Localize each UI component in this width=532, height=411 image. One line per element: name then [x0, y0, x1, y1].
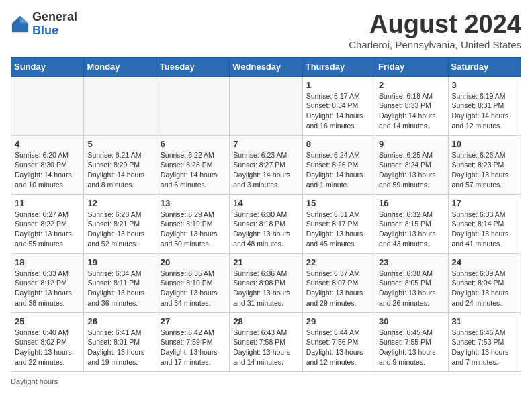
calendar-cell: 6Sunrise: 6:22 AM Sunset: 8:28 PM Daylig… [157, 135, 229, 194]
day-number: 29 [306, 316, 371, 326]
footer-note: Daylight hours [11, 377, 521, 385]
day-info: Sunrise: 6:36 AM Sunset: 8:08 PM Dayligh… [233, 269, 298, 308]
calendar-cell: 29Sunrise: 6:44 AM Sunset: 7:56 PM Dayli… [302, 312, 375, 371]
day-number: 4 [15, 139, 80, 149]
day-number: 31 [452, 316, 517, 326]
day-info: Sunrise: 6:17 AM Sunset: 8:34 PM Dayligh… [306, 91, 371, 131]
logo: General Blue [11, 11, 77, 38]
calendar-cell: 24Sunrise: 6:39 AM Sunset: 8:04 PM Dayli… [448, 253, 521, 312]
calendar-cell: 26Sunrise: 6:41 AM Sunset: 8:01 PM Dayli… [84, 312, 157, 371]
day-info: Sunrise: 6:26 AM Sunset: 8:23 PM Dayligh… [452, 150, 517, 190]
calendar-cell: 25Sunrise: 6:40 AM Sunset: 8:02 PM Dayli… [11, 312, 84, 371]
day-number: 16 [379, 198, 444, 208]
calendar-cell: 27Sunrise: 6:42 AM Sunset: 7:59 PM Dayli… [157, 312, 229, 371]
day-info: Sunrise: 6:43 AM Sunset: 7:58 PM Dayligh… [233, 328, 298, 367]
week-row-1: 1Sunrise: 6:17 AM Sunset: 8:34 PM Daylig… [11, 76, 521, 135]
day-number: 9 [379, 139, 444, 149]
day-number: 15 [306, 198, 371, 208]
calendar-cell: 4Sunrise: 6:20 AM Sunset: 8:30 PM Daylig… [11, 135, 84, 194]
day-info: Sunrise: 6:46 AM Sunset: 7:53 PM Dayligh… [452, 328, 517, 367]
calendar-cell: 1Sunrise: 6:17 AM Sunset: 8:34 PM Daylig… [302, 76, 375, 135]
day-info: Sunrise: 6:39 AM Sunset: 8:04 PM Dayligh… [452, 269, 517, 308]
calendar-cell: 2Sunrise: 6:18 AM Sunset: 8:33 PM Daylig… [375, 76, 448, 135]
day-number: 3 [452, 80, 517, 90]
day-info: Sunrise: 6:34 AM Sunset: 8:11 PM Dayligh… [87, 269, 152, 308]
day-number: 7 [233, 139, 298, 149]
calendar-cell: 12Sunrise: 6:28 AM Sunset: 8:21 PM Dayli… [84, 194, 157, 253]
calendar-cell: 13Sunrise: 6:29 AM Sunset: 8:19 PM Dayli… [157, 194, 229, 253]
day-header-sunday: Sunday [11, 57, 84, 76]
day-info: Sunrise: 6:18 AM Sunset: 8:33 PM Dayligh… [379, 91, 444, 131]
calendar-cell [230, 76, 302, 135]
day-number: 30 [379, 316, 444, 326]
calendar-cell: 19Sunrise: 6:34 AM Sunset: 8:11 PM Dayli… [84, 253, 157, 312]
day-number: 20 [161, 257, 226, 267]
calendar-cell: 30Sunrise: 6:45 AM Sunset: 7:55 PM Dayli… [375, 312, 448, 371]
day-number: 8 [306, 139, 371, 149]
day-info: Sunrise: 6:23 AM Sunset: 8:27 PM Dayligh… [233, 150, 298, 190]
calendar-cell: 9Sunrise: 6:25 AM Sunset: 8:24 PM Daylig… [375, 135, 448, 194]
location-title: Charleroi, Pennsylvania, United States [349, 39, 521, 50]
calendar-cell: 11Sunrise: 6:27 AM Sunset: 8:22 PM Dayli… [11, 194, 84, 253]
calendar-cell [84, 76, 157, 135]
calendar-cell: 17Sunrise: 6:33 AM Sunset: 8:14 PM Dayli… [448, 194, 521, 253]
day-info: Sunrise: 6:44 AM Sunset: 7:56 PM Dayligh… [306, 328, 371, 367]
calendar-cell: 20Sunrise: 6:35 AM Sunset: 8:10 PM Dayli… [157, 253, 229, 312]
day-number: 13 [161, 198, 226, 208]
header: General Blue August 2024 Charleroi, Penn… [11, 11, 521, 50]
day-info: Sunrise: 6:19 AM Sunset: 8:31 PM Dayligh… [452, 91, 517, 131]
calendar-cell: 8Sunrise: 6:24 AM Sunset: 8:26 PM Daylig… [302, 135, 375, 194]
day-info: Sunrise: 6:20 AM Sunset: 8:30 PM Dayligh… [15, 150, 80, 190]
calendar-cell: 21Sunrise: 6:36 AM Sunset: 8:08 PM Dayli… [230, 253, 302, 312]
day-info: Sunrise: 6:27 AM Sunset: 8:22 PM Dayligh… [15, 210, 80, 249]
month-title: August 2024 [349, 11, 521, 39]
day-number: 25 [15, 316, 80, 326]
day-info: Sunrise: 6:32 AM Sunset: 8:15 PM Dayligh… [379, 210, 444, 249]
day-number: 28 [233, 316, 298, 326]
calendar-cell: 7Sunrise: 6:23 AM Sunset: 8:27 PM Daylig… [230, 135, 302, 194]
day-info: Sunrise: 6:30 AM Sunset: 8:18 PM Dayligh… [233, 210, 298, 249]
day-header-tuesday: Tuesday [157, 57, 229, 76]
calendar-cell: 31Sunrise: 6:46 AM Sunset: 7:53 PM Dayli… [448, 312, 521, 371]
calendar-cell: 28Sunrise: 6:43 AM Sunset: 7:58 PM Dayli… [230, 312, 302, 371]
day-number: 10 [452, 139, 517, 149]
calendar-cell: 22Sunrise: 6:37 AM Sunset: 8:07 PM Dayli… [302, 253, 375, 312]
day-number: 11 [15, 198, 80, 208]
calendar-cell [157, 76, 229, 135]
day-info: Sunrise: 6:42 AM Sunset: 7:59 PM Dayligh… [161, 328, 226, 367]
day-number: 18 [15, 257, 80, 267]
logo-text: General Blue [32, 11, 77, 38]
calendar-cell: 15Sunrise: 6:31 AM Sunset: 8:17 PM Dayli… [302, 194, 375, 253]
week-row-4: 18Sunrise: 6:33 AM Sunset: 8:12 PM Dayli… [11, 253, 521, 312]
day-number: 5 [87, 139, 152, 149]
days-header-row: SundayMondayTuesdayWednesdayThursdayFrid… [11, 57, 521, 76]
day-info: Sunrise: 6:35 AM Sunset: 8:10 PM Dayligh… [161, 269, 226, 308]
day-number: 27 [161, 316, 226, 326]
day-number: 26 [87, 316, 152, 326]
calendar-cell [11, 76, 84, 135]
day-number: 22 [306, 257, 371, 267]
day-info: Sunrise: 6:21 AM Sunset: 8:29 PM Dayligh… [87, 150, 152, 190]
day-info: Sunrise: 6:40 AM Sunset: 8:02 PM Dayligh… [15, 328, 80, 367]
day-info: Sunrise: 6:24 AM Sunset: 8:26 PM Dayligh… [306, 150, 371, 190]
day-info: Sunrise: 6:37 AM Sunset: 8:07 PM Dayligh… [306, 269, 371, 308]
day-number: 2 [379, 80, 444, 90]
day-info: Sunrise: 6:33 AM Sunset: 8:12 PM Dayligh… [15, 269, 80, 308]
calendar-cell: 3Sunrise: 6:19 AM Sunset: 8:31 PM Daylig… [448, 76, 521, 135]
calendar-table: SundayMondayTuesdayWednesdayThursdayFrid… [11, 57, 521, 372]
day-info: Sunrise: 6:29 AM Sunset: 8:19 PM Dayligh… [161, 210, 226, 249]
week-row-5: 25Sunrise: 6:40 AM Sunset: 8:02 PM Dayli… [11, 312, 521, 371]
day-info: Sunrise: 6:38 AM Sunset: 8:05 PM Dayligh… [379, 269, 444, 308]
day-number: 17 [452, 198, 517, 208]
calendar-cell: 16Sunrise: 6:32 AM Sunset: 8:15 PM Dayli… [375, 194, 448, 253]
day-number: 6 [161, 139, 226, 149]
day-number: 24 [452, 257, 517, 267]
day-number: 1 [306, 80, 371, 90]
day-info: Sunrise: 6:28 AM Sunset: 8:21 PM Dayligh… [87, 210, 152, 249]
day-header-thursday: Thursday [302, 57, 375, 76]
day-info: Sunrise: 6:31 AM Sunset: 8:17 PM Dayligh… [306, 210, 371, 249]
week-row-3: 11Sunrise: 6:27 AM Sunset: 8:22 PM Dayli… [11, 194, 521, 253]
calendar-cell: 10Sunrise: 6:26 AM Sunset: 8:23 PM Dayli… [448, 135, 521, 194]
day-number: 14 [233, 198, 298, 208]
day-info: Sunrise: 6:41 AM Sunset: 8:01 PM Dayligh… [87, 328, 152, 367]
